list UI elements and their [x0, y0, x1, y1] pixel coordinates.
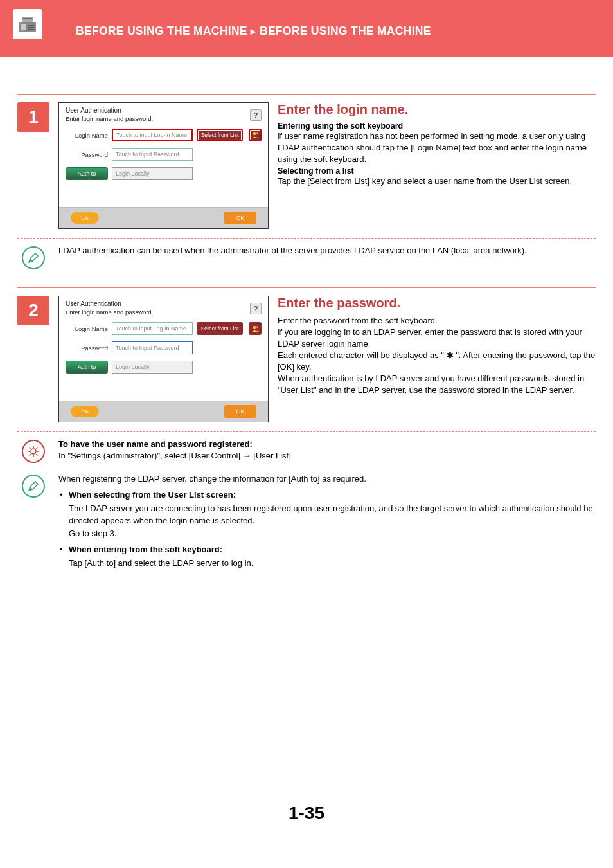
gear-note-icon: [22, 440, 45, 463]
step1-sub2: Selecting from a list: [278, 167, 596, 176]
svg-point-10: [256, 326, 258, 328]
panel-title: User Authentication: [66, 300, 262, 307]
pencil-note-2: When registering the LDAP server, change…: [17, 473, 596, 569]
svg-rect-5: [22, 17, 33, 22]
svg-line-16: [30, 448, 31, 449]
panel-subtitle: Enter login name and password.: [66, 309, 262, 316]
svg-rect-2: [28, 25, 34, 26]
svg-rect-1: [21, 24, 26, 30]
password-label: Password: [66, 151, 108, 158]
step1-heading: Enter the login name.: [278, 102, 596, 117]
login-name-input[interactable]: Touch to input Log-in Name: [112, 322, 193, 335]
gear-note-h: To have the user name and password regis…: [58, 439, 293, 450]
pencil2-p: When registering the LDAP server, change…: [58, 473, 596, 485]
svg-point-7: [253, 132, 256, 135]
dashed-divider: [17, 238, 596, 239]
svg-point-11: [31, 449, 36, 454]
dashed-divider: [17, 431, 596, 432]
user-icon: [251, 131, 259, 139]
bullet-1-p: The LDAP server you are connecting to ha…: [69, 502, 596, 540]
page-body: 1 User Authentication Enter login name a…: [0, 57, 613, 845]
svg-point-9: [253, 326, 256, 329]
login-name-label: Login Name: [66, 325, 108, 332]
password-label: Password: [66, 345, 108, 352]
gear-note: To have the user name and password regis…: [17, 439, 596, 463]
note-ldap: LDAP authentication can be used when the…: [17, 245, 596, 269]
user-icon-button[interactable]: [249, 322, 262, 335]
step2-heading: Enter the password.: [278, 296, 596, 311]
svg-line-18: [30, 454, 31, 455]
step-number-1: 1: [17, 102, 49, 132]
breadcrumb: BEFORE USING THE MACHINE►BEFORE USING TH…: [76, 24, 431, 38]
step1-p1: If user name registration has not been p…: [278, 131, 596, 165]
header-band: BEFORE USING THE MACHINE►BEFORE USING TH…: [0, 0, 613, 57]
breadcrumb-arrow-icon: ►: [247, 26, 260, 37]
svg-line-19: [36, 448, 37, 449]
help-button[interactable]: ?: [250, 109, 262, 121]
bullet-1-h: When selecting from the User List screen…: [69, 490, 236, 500]
ca-button[interactable]: CA: [71, 406, 99, 417]
password-input[interactable]: Touch to Input Password: [112, 148, 193, 161]
pencil-icon: [27, 251, 40, 264]
user-icon: [251, 325, 259, 332]
step-2: 2 User Authentication Enter login name a…: [17, 288, 596, 422]
help-button[interactable]: ?: [250, 303, 262, 314]
login-name-label: Login Name: [66, 132, 108, 139]
bullet-2: When entering from the soft keyboard: Ta…: [69, 543, 596, 569]
svg-rect-3: [28, 27, 34, 28]
bullet-2-p: Tap [Auth to] and select the LDAP server…: [69, 557, 596, 570]
auth-panel-2: User Authentication Enter login name and…: [58, 296, 269, 422]
svg-rect-4: [28, 29, 34, 30]
step2-p3: Each entered character will be displayed…: [278, 350, 596, 373]
step2-p2: If you are logging in to an LDAP server,…: [278, 327, 596, 350]
step-1: 1 User Authentication Enter login name a…: [17, 95, 596, 229]
select-from-list-button[interactable]: Select from List: [197, 322, 243, 335]
step1-p2: Tap the [Select from List] key and selec…: [278, 176, 596, 187]
svg-rect-6: [23, 18, 32, 19]
breadcrumb-a: BEFORE USING THE MACHINE: [76, 24, 247, 37]
bullet-1: When selecting from the User List screen…: [69, 489, 596, 539]
ok-button[interactable]: OK: [224, 212, 256, 224]
select-from-list-button[interactable]: Select from List: [197, 129, 243, 141]
note-ldap-text: LDAP authentication can be used when the…: [58, 245, 527, 269]
login-name-input[interactable]: Touch to input Log-in Name: [112, 129, 193, 141]
auth-to-button[interactable]: Auth to: [66, 167, 108, 180]
tab-icon: [13, 9, 42, 39]
step2-p1: Enter the password from the soft keyboar…: [278, 315, 596, 327]
auth-target-box: Login Locally: [112, 361, 193, 374]
step-number-2: 2: [17, 296, 49, 325]
panel-subtitle: Enter login name and password.: [66, 115, 262, 122]
breadcrumb-b: BEFORE USING THE MACHINE: [260, 24, 431, 37]
pencil-icon: [27, 480, 40, 493]
gear-icon: [26, 444, 40, 458]
pencil-note-icon: [22, 246, 45, 269]
step2-p4: When authentication is by LDAP server an…: [278, 373, 596, 396]
copier-icon: [17, 13, 39, 35]
auth-target-box: Login Locally: [112, 167, 193, 180]
panel-title: User Authentication: [66, 107, 262, 114]
svg-point-8: [256, 132, 258, 134]
auth-to-button[interactable]: Auth to: [66, 361, 108, 374]
page-number: 1-35: [0, 803, 613, 824]
password-input[interactable]: Touch to Input Password: [112, 341, 193, 354]
gear-note-p: In "Settings (administrator)", select [U…: [58, 450, 293, 462]
ca-button[interactable]: CA: [71, 212, 99, 224]
bullet-2-h: When entering from the soft keyboard:: [69, 545, 222, 554]
user-icon-button[interactable]: [249, 129, 262, 141]
auth-panel-1: User Authentication Enter login name and…: [58, 102, 269, 229]
step1-sub1: Entering using the soft keyboard: [278, 122, 596, 131]
ok-button[interactable]: OK: [224, 405, 256, 418]
svg-line-17: [36, 454, 37, 455]
asterisk-icon: ✱: [447, 350, 454, 360]
pencil-note-icon: [22, 475, 45, 498]
